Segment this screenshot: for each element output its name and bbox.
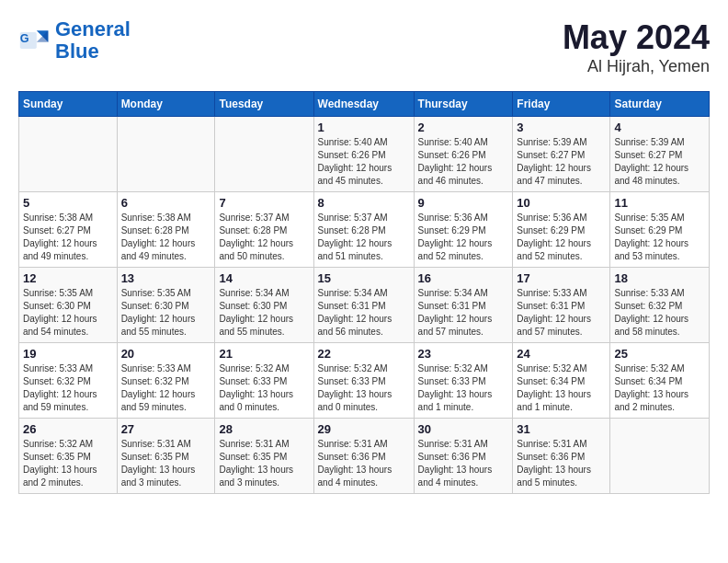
weekday-header-monday: Monday bbox=[117, 92, 215, 117]
day-info: Sunrise: 5:40 AM Sunset: 6:26 PM Dayligh… bbox=[418, 136, 509, 188]
calendar-cell bbox=[215, 117, 313, 192]
day-info: Sunrise: 5:38 AM Sunset: 6:28 PM Dayligh… bbox=[121, 212, 211, 263]
day-number: 10 bbox=[517, 196, 606, 210]
month-title: May 2024 bbox=[563, 18, 710, 57]
day-info: Sunrise: 5:32 AM Sunset: 6:33 PM Dayligh… bbox=[318, 362, 410, 414]
calendar-cell: 1Sunrise: 5:40 AM Sunset: 6:26 PM Daylig… bbox=[313, 117, 414, 192]
day-number: 25 bbox=[614, 347, 705, 361]
calendar-cell: 4Sunrise: 5:39 AM Sunset: 6:27 PM Daylig… bbox=[610, 117, 710, 192]
calendar-week-1: 1Sunrise: 5:40 AM Sunset: 6:26 PM Daylig… bbox=[19, 117, 710, 192]
calendar-cell: 19Sunrise: 5:33 AM Sunset: 6:32 PM Dayli… bbox=[19, 343, 118, 419]
calendar-cell: 29Sunrise: 5:31 AM Sunset: 6:36 PM Dayli… bbox=[313, 419, 414, 494]
calendar-header: SundayMondayTuesdayWednesdayThursdayFrid… bbox=[19, 92, 710, 117]
calendar-week-3: 12Sunrise: 5:35 AM Sunset: 6:30 PM Dayli… bbox=[19, 268, 710, 343]
day-number: 13 bbox=[121, 271, 211, 285]
day-info: Sunrise: 5:31 AM Sunset: 6:36 PM Dayligh… bbox=[418, 438, 509, 489]
day-number: 8 bbox=[318, 196, 410, 210]
day-number: 26 bbox=[23, 422, 113, 436]
day-number: 19 bbox=[23, 347, 113, 361]
calendar-cell: 8Sunrise: 5:37 AM Sunset: 6:28 PM Daylig… bbox=[313, 192, 414, 268]
calendar-cell: 6Sunrise: 5:38 AM Sunset: 6:28 PM Daylig… bbox=[117, 192, 215, 268]
day-info: Sunrise: 5:34 AM Sunset: 6:31 PM Dayligh… bbox=[418, 287, 509, 339]
weekday-header-friday: Friday bbox=[513, 92, 610, 117]
calendar-cell: 21Sunrise: 5:32 AM Sunset: 6:33 PM Dayli… bbox=[215, 343, 313, 419]
day-info: Sunrise: 5:33 AM Sunset: 6:32 PM Dayligh… bbox=[23, 362, 113, 414]
day-info: Sunrise: 5:35 AM Sunset: 6:30 PM Dayligh… bbox=[23, 287, 113, 339]
weekday-header-wednesday: Wednesday bbox=[313, 92, 414, 117]
day-info: Sunrise: 5:39 AM Sunset: 6:27 PM Dayligh… bbox=[614, 136, 705, 188]
logo-text: General Blue bbox=[55, 18, 131, 63]
calendar-cell: 23Sunrise: 5:32 AM Sunset: 6:33 PM Dayli… bbox=[414, 343, 513, 419]
calendar-cell bbox=[19, 117, 118, 192]
calendar-cell: 22Sunrise: 5:32 AM Sunset: 6:33 PM Dayli… bbox=[313, 343, 414, 419]
calendar-cell: 14Sunrise: 5:34 AM Sunset: 6:30 PM Dayli… bbox=[215, 268, 313, 343]
calendar-cell bbox=[117, 117, 215, 192]
day-info: Sunrise: 5:35 AM Sunset: 6:30 PM Dayligh… bbox=[121, 287, 211, 339]
calendar-body: 1Sunrise: 5:40 AM Sunset: 6:26 PM Daylig… bbox=[19, 117, 710, 494]
weekday-header-thursday: Thursday bbox=[414, 92, 513, 117]
calendar-cell: 13Sunrise: 5:35 AM Sunset: 6:30 PM Dayli… bbox=[117, 268, 215, 343]
calendar-cell: 16Sunrise: 5:34 AM Sunset: 6:31 PM Dayli… bbox=[414, 268, 513, 343]
logo: G General Blue bbox=[18, 18, 131, 63]
calendar-cell: 5Sunrise: 5:38 AM Sunset: 6:27 PM Daylig… bbox=[19, 192, 118, 268]
day-info: Sunrise: 5:34 AM Sunset: 6:30 PM Dayligh… bbox=[219, 287, 309, 339]
calendar-week-5: 26Sunrise: 5:32 AM Sunset: 6:35 PM Dayli… bbox=[19, 419, 710, 494]
day-info: Sunrise: 5:36 AM Sunset: 6:29 PM Dayligh… bbox=[418, 212, 509, 263]
calendar-cell: 11Sunrise: 5:35 AM Sunset: 6:29 PM Dayli… bbox=[610, 192, 710, 268]
weekday-header-tuesday: Tuesday bbox=[215, 92, 313, 117]
day-info: Sunrise: 5:31 AM Sunset: 6:36 PM Dayligh… bbox=[318, 438, 410, 489]
day-number: 1 bbox=[318, 121, 410, 134]
day-number: 2 bbox=[418, 121, 509, 134]
calendar-cell: 31Sunrise: 5:31 AM Sunset: 6:36 PM Dayli… bbox=[513, 419, 610, 494]
day-number: 6 bbox=[121, 196, 211, 210]
day-number: 28 bbox=[219, 422, 309, 436]
calendar-cell: 2Sunrise: 5:40 AM Sunset: 6:26 PM Daylig… bbox=[414, 117, 513, 192]
calendar-cell: 25Sunrise: 5:32 AM Sunset: 6:34 PM Dayli… bbox=[610, 343, 710, 419]
day-info: Sunrise: 5:39 AM Sunset: 6:27 PM Dayligh… bbox=[517, 136, 606, 188]
calendar-week-4: 19Sunrise: 5:33 AM Sunset: 6:32 PM Dayli… bbox=[19, 343, 710, 419]
day-info: Sunrise: 5:32 AM Sunset: 6:33 PM Dayligh… bbox=[219, 362, 309, 414]
day-info: Sunrise: 5:32 AM Sunset: 6:34 PM Dayligh… bbox=[517, 362, 606, 414]
day-number: 31 bbox=[517, 422, 606, 436]
day-info: Sunrise: 5:37 AM Sunset: 6:28 PM Dayligh… bbox=[318, 212, 410, 263]
calendar-cell: 7Sunrise: 5:37 AM Sunset: 6:28 PM Daylig… bbox=[215, 192, 313, 268]
logo-line2: Blue bbox=[55, 40, 99, 63]
calendar-cell: 27Sunrise: 5:31 AM Sunset: 6:35 PM Dayli… bbox=[117, 419, 215, 494]
day-info: Sunrise: 5:31 AM Sunset: 6:35 PM Dayligh… bbox=[121, 438, 211, 489]
day-number: 20 bbox=[121, 347, 211, 361]
day-number: 29 bbox=[318, 422, 410, 436]
calendar-cell: 9Sunrise: 5:36 AM Sunset: 6:29 PM Daylig… bbox=[414, 192, 513, 268]
day-number: 30 bbox=[418, 422, 509, 436]
day-number: 14 bbox=[219, 271, 309, 285]
title-block: May 2024 Al Hijrah, Yemen bbox=[563, 18, 710, 76]
weekday-header-sunday: Sunday bbox=[19, 92, 118, 117]
day-info: Sunrise: 5:32 AM Sunset: 6:34 PM Dayligh… bbox=[614, 362, 705, 414]
logo-icon: G bbox=[18, 24, 51, 57]
day-number: 21 bbox=[219, 347, 309, 361]
page-header: G General Blue May 2024 Al Hijrah, Yemen bbox=[18, 18, 710, 76]
day-number: 4 bbox=[614, 121, 705, 134]
calendar-cell: 28Sunrise: 5:31 AM Sunset: 6:35 PM Dayli… bbox=[215, 419, 313, 494]
day-number: 9 bbox=[418, 196, 509, 210]
calendar-cell: 18Sunrise: 5:33 AM Sunset: 6:32 PM Dayli… bbox=[610, 268, 710, 343]
day-info: Sunrise: 5:33 AM Sunset: 6:32 PM Dayligh… bbox=[121, 362, 211, 414]
day-number: 17 bbox=[517, 271, 606, 285]
day-info: Sunrise: 5:34 AM Sunset: 6:31 PM Dayligh… bbox=[318, 287, 410, 339]
logo-line1: General bbox=[55, 17, 131, 40]
day-info: Sunrise: 5:37 AM Sunset: 6:28 PM Dayligh… bbox=[219, 212, 309, 263]
svg-text:G: G bbox=[20, 32, 29, 45]
day-number: 23 bbox=[418, 347, 509, 361]
day-number: 7 bbox=[219, 196, 309, 210]
day-info: Sunrise: 5:32 AM Sunset: 6:33 PM Dayligh… bbox=[418, 362, 509, 414]
day-info: Sunrise: 5:31 AM Sunset: 6:36 PM Dayligh… bbox=[517, 438, 606, 489]
calendar-cell: 17Sunrise: 5:33 AM Sunset: 6:31 PM Dayli… bbox=[513, 268, 610, 343]
day-number: 3 bbox=[517, 121, 606, 134]
calendar-cell: 12Sunrise: 5:35 AM Sunset: 6:30 PM Dayli… bbox=[19, 268, 118, 343]
location-title: Al Hijrah, Yemen bbox=[563, 57, 710, 76]
calendar-week-2: 5Sunrise: 5:38 AM Sunset: 6:27 PM Daylig… bbox=[19, 192, 710, 268]
day-info: Sunrise: 5:36 AM Sunset: 6:29 PM Dayligh… bbox=[517, 212, 606, 263]
day-number: 27 bbox=[121, 422, 211, 436]
day-info: Sunrise: 5:31 AM Sunset: 6:35 PM Dayligh… bbox=[219, 438, 309, 489]
day-number: 11 bbox=[614, 196, 705, 210]
calendar-table: SundayMondayTuesdayWednesdayThursdayFrid… bbox=[18, 91, 710, 494]
